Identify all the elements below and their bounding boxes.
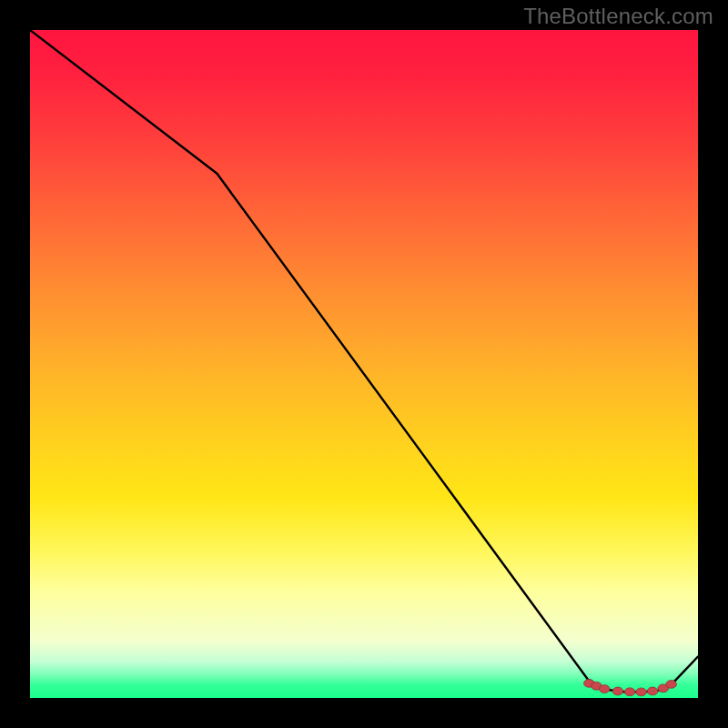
baseline-dot	[612, 687, 623, 695]
baseline-dots-group	[584, 679, 677, 695]
baseline-dot	[647, 687, 658, 695]
curve-polyline	[30, 30, 698, 692]
series-curve	[30, 30, 698, 692]
baseline-dot	[636, 688, 647, 696]
watermark-text: TheBottleneck.com	[523, 4, 713, 29]
baseline-dot	[599, 685, 610, 693]
baseline-dot	[624, 688, 635, 696]
plot-area	[30, 30, 698, 698]
baseline-dot	[666, 681, 677, 689]
plot-overlay-svg	[30, 30, 698, 698]
chart-frame: TheBottleneck.com	[0, 0, 728, 728]
